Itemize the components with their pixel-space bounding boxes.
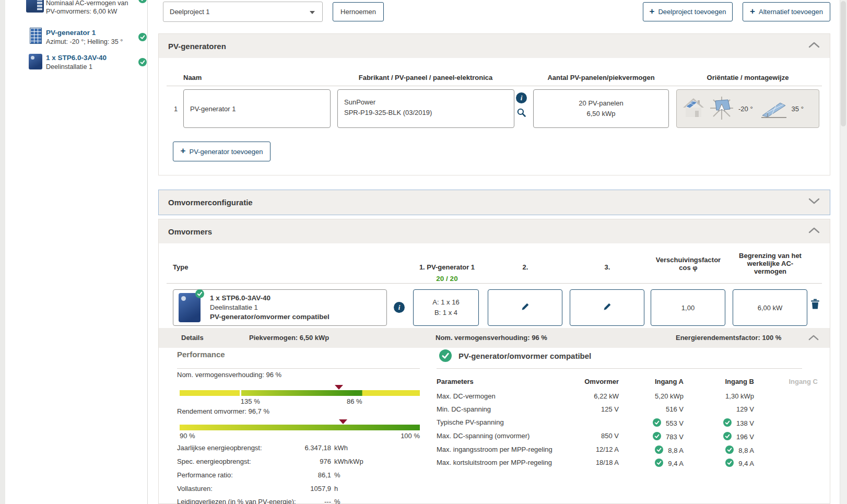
plus-icon: +	[181, 146, 186, 156]
info-icon[interactable]: i	[516, 92, 527, 103]
info-icon[interactable]: i	[394, 302, 405, 313]
chevron-up-icon[interactable]	[808, 334, 819, 343]
inverter-type-status: PV-generator/omvormer compatibel	[210, 312, 330, 322]
column-header-type: Type	[173, 263, 188, 271]
check-icon	[725, 459, 734, 468]
inverter-config-header[interactable]: Omvormerconfiguratie	[159, 190, 830, 214]
tree-collapse-toggle[interactable]: −	[14, 0, 19, 3]
plus-icon: +	[750, 6, 755, 17]
scrollbar-thumb[interactable]	[841, 1, 846, 126]
column-header-fabricant: Fabrikant / PV-paneel / paneel-elektroni…	[359, 74, 492, 81]
column-header-count: Aantal PV-panelen/piekvermogen	[547, 74, 654, 81]
tree-item-title[interactable]: 1 x STP6.0-3AV-40	[46, 54, 107, 62]
divider	[177, 368, 420, 369]
inverter-type-box[interactable]: 1 x STP6.0-3AV-40 Deelinstallatie 1 PV-g…	[173, 289, 387, 326]
check-icon	[723, 432, 732, 442]
parameter-row: Max. kortsluitstroom per MPP-regeling 18…	[437, 459, 820, 467]
search-icon[interactable]	[517, 108, 526, 119]
cos-phi-box[interactable]: 1,00	[651, 289, 725, 326]
chevron-down-icon[interactable]	[808, 197, 820, 206]
tree-item-subtitle: Azimut: -20 °; Helling: 35 °	[46, 38, 136, 46]
details-nom-ratio: Nom. vermogensverhouding: 96 %	[436, 334, 547, 342]
rename-button[interactable]: Hernoemen	[333, 2, 384, 21]
check-icon	[655, 446, 663, 455]
divider	[437, 368, 802, 369]
column-header-generator1: 1. PV-generator 1	[419, 263, 475, 271]
assign-generator2-button[interactable]	[488, 289, 562, 326]
parameter-header-row: Parameters Omvormer Ingang A Ingang B In…	[437, 378, 820, 386]
add-alternative-button[interactable]: + Alternatief toevoegen	[743, 2, 830, 21]
tree-item-inverter[interactable]: 1 x STP6.0-3AV-40 Deelinstallatie 1	[5, 54, 148, 76]
inverter-type-subtitle: Deelinstallatie 1	[210, 303, 330, 312]
pencil-icon	[521, 302, 530, 313]
table-header-divider	[167, 283, 822, 284]
stat-row: Vollasturen: 1057,9 h	[177, 485, 422, 493]
pv-panel-icon	[30, 28, 42, 44]
trash-icon[interactable]	[810, 299, 820, 311]
nom-ratio-bar: 135 % 86 %	[180, 390, 420, 396]
status-check-icon	[138, 33, 147, 43]
performance-title: Performance	[177, 350, 225, 359]
pv-generators-panel: PV-generatoren Naam Fabrikant / PV-panee…	[158, 33, 830, 175]
panel-model-selector[interactable]: SunPower SPR-P19-325-BLK (03/2019)	[337, 89, 514, 128]
main-content: Deelproject 1 Hernoemen + Deelproject to…	[148, 0, 847, 504]
parameter-row: Max. ingangsstroom per MPP-regeling 12/1…	[437, 446, 820, 454]
column-header-2: 2.	[523, 263, 528, 271]
column-header-ac-limit: Begrenzing van het werkelijke AC-vermoge…	[732, 252, 808, 275]
chevron-down-icon	[310, 11, 315, 14]
inverter-icon	[26, 0, 44, 13]
column-header-orientation: Oriëntatie / montagewijze	[707, 74, 789, 81]
orientation-box[interactable]: -20 ° 35 °	[676, 89, 819, 128]
panel-count-box[interactable]: 20 PV-panelen 6,50 kWp	[533, 89, 669, 128]
parameter-row: Typische PV-spanning 553 V 138 V	[437, 418, 820, 427]
tree-item-subproject[interactable]: − Deelproject 1 Nominaal AC-vermogen van…	[5, 0, 148, 26]
check-icon	[195, 289, 204, 300]
subproject-select[interactable]: Deelproject 1	[163, 2, 323, 22]
details-label: Details	[181, 334, 204, 342]
row-index: 1	[174, 105, 178, 113]
compatibility-header: PV-generator/omvormer compatibel	[439, 349, 591, 362]
azimuth-compass-icon	[709, 96, 734, 122]
assignment-b: B: 1 x 4	[434, 308, 457, 318]
inverters-panel-header[interactable]: Omvormers	[159, 219, 830, 243]
stat-row: Performance ratio: 86,1 %	[177, 471, 422, 479]
table-header-divider	[167, 86, 822, 86]
house-roof-icon	[682, 96, 705, 122]
peak-power: 6,50 kWp	[587, 109, 616, 119]
assign-generator3-button[interactable]	[570, 289, 644, 326]
chevron-up-icon[interactable]	[808, 227, 820, 236]
stat-row: Leidingverliezen (in % van PV-energie): …	[177, 498, 422, 504]
azimuth-value: -20 °	[738, 105, 753, 113]
bar1-tick2: 86 %	[347, 397, 362, 405]
tree-item-pv-generator[interactable]: PV-generator 1 Azimut: -20 °; Helling: 3…	[5, 28, 148, 50]
inverter-product-image	[179, 293, 201, 322]
ac-limit-box[interactable]: 6,00 kW	[733, 289, 807, 326]
status-check-icon	[138, 58, 147, 68]
main-scrollbar[interactable]	[840, 0, 847, 504]
subproject-select-value: Deelproject 1	[170, 8, 210, 16]
compatibility-title: PV-generator/omvormer compatibel	[458, 351, 591, 360]
inverter-config-panel[interactable]: Omvormerconfiguratie	[158, 190, 830, 215]
panel-title: Omvormers	[168, 227, 212, 236]
sidebar-scroll-strip[interactable]	[0, 0, 5, 504]
details-summary-bar[interactable]: Details Piekvermogen: 6,50 kWp Nom. verm…	[159, 328, 830, 348]
pv-generators-panel-header[interactable]: PV-generatoren	[159, 34, 830, 58]
inverter-icon	[29, 54, 42, 69]
inverters-panel: Omvormers Type 1. PV-generator 1 20 / 20…	[158, 219, 830, 504]
parameter-row: Min. DC-spanning 125 V 516 V 129 V	[437, 405, 820, 414]
tree-item-title[interactable]: PV-generator 1	[46, 29, 96, 37]
bar-marker-icon	[339, 419, 347, 424]
check-icon	[653, 432, 661, 442]
generator1-assignment-box[interactable]: A: 1 x 16 B: 1 x 4	[413, 289, 479, 326]
add-pv-generator-button[interactable]: + PV-generator toevoegen	[173, 142, 270, 161]
details-energy-factor: Energierendementsfactor: 100 %	[676, 334, 781, 342]
generator-name-input[interactable]	[183, 89, 331, 128]
generator1-assignment-count: 20 / 20	[436, 275, 457, 283]
bar2-label: Rendement omvormer: 96,7 %	[177, 407, 269, 415]
plus-icon: +	[649, 6, 654, 17]
add-subproject-button[interactable]: + Deelproject toevoegen	[643, 2, 733, 21]
ac-limit-value: 6,00 kW	[758, 304, 783, 312]
status-check-icon	[138, 0, 147, 5]
chevron-up-icon[interactable]	[808, 41, 820, 50]
details-peak-power: Piekvermogen: 6,50 kWp	[249, 334, 329, 342]
